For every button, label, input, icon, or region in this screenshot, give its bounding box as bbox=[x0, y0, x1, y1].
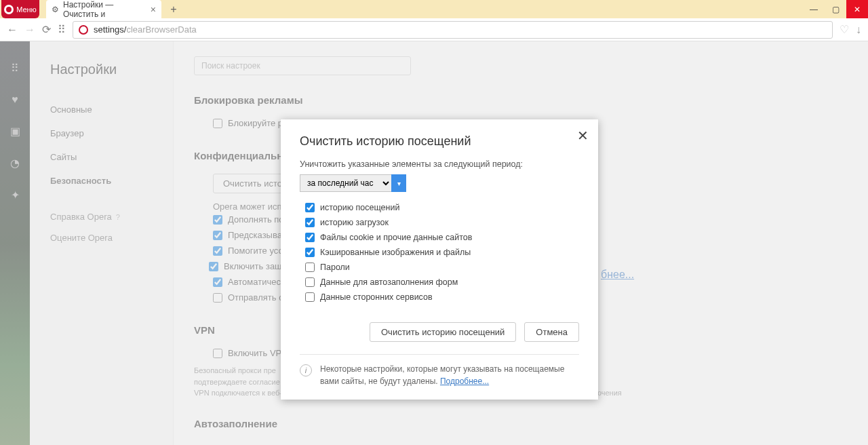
clear-option-row: историю загрузок bbox=[300, 215, 579, 230]
opera-menu-button[interactable]: Меню bbox=[1, 0, 39, 18]
help-icon: ? bbox=[116, 213, 120, 221]
period-select[interactable]: за последний час bbox=[300, 174, 392, 192]
opera-url-icon bbox=[79, 25, 88, 35]
dialog-close-button[interactable]: ✕ bbox=[577, 128, 589, 144]
clear-option-row: Кэшированные изображения и файлы bbox=[300, 245, 579, 260]
nav-help-opera[interactable]: Справка Opera? bbox=[50, 206, 173, 227]
clear-option-label: историю посещений bbox=[320, 203, 399, 212]
dialog-desc: Уничтожить указанные элементы за следующ… bbox=[300, 159, 579, 169]
clear-option-checkbox-1[interactable] bbox=[305, 218, 315, 227]
nav-basic[interactable]: Основные bbox=[50, 98, 173, 121]
clear-options-list: историю посещенийисторию загрузокФайлы c… bbox=[300, 200, 579, 305]
clear-option-row: историю посещений bbox=[300, 200, 579, 215]
clear-option-checkbox-5[interactable] bbox=[305, 277, 315, 287]
chk-improve[interactable] bbox=[213, 246, 222, 256]
dialog-footer-link[interactable]: Подробнее... bbox=[440, 376, 489, 386]
download-icon[interactable]: ↓ bbox=[856, 24, 861, 36]
nav-rate-opera[interactable]: Оцените Opera bbox=[50, 227, 173, 248]
section-autofill: Автозаполнение bbox=[194, 418, 848, 429]
sidebar-apps-icon[interactable]: ⠿ bbox=[11, 62, 19, 75]
window-maximize-button[interactable]: ▢ bbox=[825, 0, 846, 18]
window-titlebar: Меню ⚙ Настройки — Очистить и × + — ▢ ✕ bbox=[0, 0, 868, 18]
clear-option-label: историю загрузок bbox=[320, 218, 389, 227]
info-icon: i bbox=[300, 364, 312, 376]
sidebar-gallery-icon[interactable]: ▣ bbox=[10, 125, 20, 138]
clear-option-checkbox-3[interactable] bbox=[305, 248, 315, 257]
clear-option-checkbox-0[interactable] bbox=[305, 203, 315, 212]
nav-sites[interactable]: Сайты bbox=[50, 145, 173, 169]
more-link[interactable]: бнее... bbox=[601, 269, 634, 280]
section-ads: Блокировка рекламы bbox=[194, 94, 848, 106]
forward-button[interactable]: → bbox=[24, 24, 35, 36]
clear-option-checkbox-2[interactable] bbox=[305, 233, 315, 242]
ads-block-checkbox[interactable] bbox=[213, 119, 222, 128]
vpn-enable-label: Включить VPN bbox=[228, 348, 288, 358]
chk-search-complete[interactable] bbox=[213, 215, 222, 225]
reload-button[interactable]: ⟳ bbox=[42, 23, 51, 36]
chk-auto[interactable] bbox=[213, 277, 222, 287]
dialog-title: Очистить историю посещений bbox=[300, 134, 579, 149]
clear-option-row: Пароли bbox=[300, 260, 579, 275]
clear-option-label: Кэшированные изображения и файлы bbox=[320, 248, 471, 257]
sidebar-heart-icon[interactable]: ♥ bbox=[12, 94, 18, 106]
tab-title: Настройки — Очистить и bbox=[63, 0, 146, 19]
nav-security[interactable]: Безопасность bbox=[50, 169, 173, 193]
chk-predict[interactable] bbox=[213, 231, 222, 240]
gear-icon: ⚙ bbox=[52, 5, 59, 14]
clear-option-label: Файлы cookie и прочие данные сайтов bbox=[320, 233, 472, 242]
apps-button[interactable]: ⠿ bbox=[58, 23, 66, 36]
window-close-button[interactable]: ✕ bbox=[846, 0, 868, 18]
settings-sidebar: Настройки Основные Браузер Сайты Безопас… bbox=[30, 41, 174, 445]
clear-option-label: Данные сторонних сервисов bbox=[320, 292, 433, 302]
bookmark-heart-icon[interactable]: ♡ bbox=[840, 23, 849, 36]
clear-option-row: Файлы cookie и прочие данные сайтов bbox=[300, 230, 579, 245]
opera-menu-label: Меню bbox=[16, 5, 37, 14]
settings-title: Настройки bbox=[50, 62, 173, 77]
url-text: settings/clearBrowserData bbox=[94, 24, 197, 35]
dialog-footer-text: Некоторые настройки, которые могут указы… bbox=[320, 363, 579, 387]
opera-logo-icon bbox=[4, 5, 14, 14]
address-bar[interactable]: settings/clearBrowserData bbox=[73, 21, 833, 39]
clear-option-checkbox-6[interactable] bbox=[305, 292, 315, 302]
clear-confirm-button[interactable]: Очистить историю посещений bbox=[370, 322, 516, 342]
nav-browser[interactable]: Браузер bbox=[50, 121, 173, 145]
sidebar-extensions-icon[interactable]: ✦ bbox=[11, 189, 20, 201]
clear-option-label: Данные для автозаполнения форм bbox=[320, 277, 458, 287]
select-arrow-icon[interactable]: ▾ bbox=[391, 174, 406, 192]
settings-search-input[interactable]: Поиск настроек bbox=[194, 56, 411, 75]
chk-protection[interactable] bbox=[209, 262, 218, 271]
window-minimize-button[interactable]: — bbox=[803, 0, 825, 18]
back-button[interactable]: ← bbox=[7, 24, 18, 36]
chk-send-sites[interactable] bbox=[213, 293, 222, 303]
cancel-button[interactable]: Отмена bbox=[524, 322, 579, 342]
clear-data-dialog: ✕ Очистить историю посещений Уничтожить … bbox=[281, 119, 598, 400]
browser-toolbar: ← → ⟳ ⠿ settings/clearBrowserData ♡ ↓ bbox=[0, 18, 868, 41]
tab-close-icon[interactable]: × bbox=[151, 4, 156, 15]
new-tab-button[interactable]: + bbox=[165, 3, 182, 16]
sidebar-history-icon[interactable]: ◔ bbox=[10, 157, 20, 170]
clear-option-row: Данные для автозаполнения форм bbox=[300, 275, 579, 290]
clear-option-row: Данные сторонних сервисов bbox=[300, 290, 579, 305]
clear-option-label: Пароли bbox=[320, 263, 350, 272]
vpn-enable-checkbox[interactable] bbox=[213, 349, 222, 358]
browser-tab[interactable]: ⚙ Настройки — Очистить и × bbox=[46, 0, 161, 18]
speed-dial-sidebar: ⠿ ♥ ▣ ◔ ✦ bbox=[0, 41, 30, 445]
clear-option-checkbox-4[interactable] bbox=[305, 263, 315, 272]
